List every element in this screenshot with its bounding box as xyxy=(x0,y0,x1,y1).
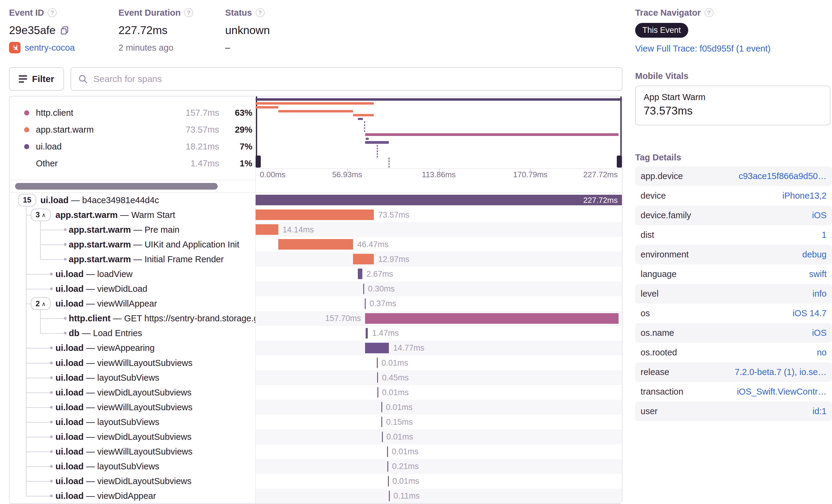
span-description: ui.load — b4ace34981e44d4c xyxy=(41,195,159,205)
span-duration-bar[interactable]: 227.72ms xyxy=(256,195,622,205)
span-row[interactable]: ui.load — layoutSubViews0.45ms xyxy=(10,370,622,385)
tag-value-link[interactable]: info xyxy=(812,289,827,299)
span-tree-cell: db — Load Entries xyxy=(10,326,256,341)
tag-value-link[interactable]: id:1 xyxy=(812,406,827,416)
axis-label: 170.79ms xyxy=(513,170,547,179)
tag-row: deviceiPhone13,2 xyxy=(635,186,832,206)
span-duration-bar[interactable] xyxy=(256,210,374,220)
tag-value-link[interactable]: iOS_Swift.ViewContr… xyxy=(737,387,827,397)
tag-value-link[interactable]: no xyxy=(817,348,827,357)
span-separator: — xyxy=(83,417,97,427)
span-description: app.start.warm — Initial Frame Render xyxy=(69,254,224,264)
tag-value-link[interactable]: 1 xyxy=(822,230,827,240)
span-row[interactable]: db — Load Entries1.47ms xyxy=(10,326,622,341)
span-duration-bar[interactable] xyxy=(363,284,364,294)
legend-item[interactable]: ui.load18.21ms7% xyxy=(24,138,252,155)
span-duration-bar[interactable] xyxy=(389,491,390,501)
span-row[interactable]: ui.load — viewWillLayoutSubviews0.01ms xyxy=(10,355,622,370)
span-row[interactable]: ui.load — layoutSubViews0.21ms xyxy=(10,459,622,474)
span-duration-bar[interactable] xyxy=(278,239,353,249)
tag-row: transactioniOS_Swift.ViewContr… xyxy=(635,382,832,401)
span-row[interactable]: ui.load — viewAppearing14.77ms xyxy=(10,341,622,355)
span-duration-bar[interactable] xyxy=(381,402,382,413)
span-row[interactable]: ui.load — viewDidLayoutSubviews0.01ms xyxy=(10,429,622,444)
tree-connector-line xyxy=(26,348,51,348)
legend-item[interactable]: Other1.47ms1% xyxy=(24,155,252,172)
tag-value-link[interactable]: iOS xyxy=(812,328,827,338)
span-children-toggle[interactable]: 2∧ xyxy=(31,297,51,310)
project-link[interactable]: sentry-cocoa xyxy=(25,43,75,53)
legend-item[interactable]: app.start.warm73.57ms29% xyxy=(24,121,252,138)
span-waterfall-cell: 0.01ms xyxy=(256,444,622,459)
span-duration-bar[interactable] xyxy=(377,357,378,368)
view-full-trace-link[interactable]: View Full Trace: f05d955f (1 event) xyxy=(635,44,771,54)
span-duration-bar[interactable] xyxy=(388,476,389,486)
legend-item-percent: 29% xyxy=(219,125,252,135)
span-row[interactable]: http.client — GET https://sentry-brand.s… xyxy=(10,311,622,326)
span-duration-bar[interactable] xyxy=(365,343,389,353)
legend-item[interactable]: http.client157.7ms63% xyxy=(24,104,252,121)
tag-value-link[interactable]: iOS xyxy=(812,210,827,220)
this-event-badge[interactable]: This Event xyxy=(635,23,688,38)
span-duration-bar[interactable] xyxy=(366,328,368,339)
span-row[interactable]: ui.load — viewWillLayoutSubviews0.01ms xyxy=(10,444,622,459)
tag-value-link[interactable]: iOS 14.7 xyxy=(792,308,827,318)
span-row[interactable]: app.start.warm — UIKit and Application I… xyxy=(10,237,622,252)
tag-value-link[interactable]: 7.2.0-beta.7 (1), io.se… xyxy=(735,367,827,377)
span-description: ui.load — viewWillLayoutSubviews xyxy=(55,447,192,457)
span-separator: — xyxy=(83,358,97,367)
span-duration-bar[interactable] xyxy=(382,432,383,442)
span-description: ui.load — viewWillLayoutSubviews xyxy=(55,358,192,368)
span-row[interactable]: ui.load — layoutSubViews0.15ms xyxy=(10,415,622,429)
span-row[interactable]: ui.load — viewDidLoad0.30ms xyxy=(10,282,622,296)
span-duration-bar[interactable] xyxy=(365,313,619,324)
span-row[interactable]: app.start.warm — Initial Frame Render12.… xyxy=(10,252,622,266)
span-duration-bar[interactable] xyxy=(353,254,374,264)
tree-connector-line xyxy=(26,215,31,215)
axis-label: 56.93ms xyxy=(332,170,362,179)
span-row[interactable]: ui.load — viewDidLayoutSubviews0.01ms xyxy=(10,474,622,488)
tag-value-link[interactable]: swift xyxy=(809,269,827,279)
legend-item-duration: 18.21ms xyxy=(168,142,219,152)
span-children-toggle[interactable]: 3∧ xyxy=(31,209,51,221)
tag-key: os xyxy=(641,308,650,318)
span-row[interactable]: ui.load — loadView2.67ms xyxy=(10,266,622,281)
filter-button[interactable]: Filter xyxy=(9,67,64,91)
minimap-right-handle[interactable] xyxy=(617,156,622,167)
minimap-left-handle[interactable] xyxy=(256,156,261,167)
span-duration-bar[interactable] xyxy=(387,461,388,472)
span-duration-bar[interactable] xyxy=(256,224,278,235)
span-row[interactable]: 2∧ui.load — viewWillAppear0.37ms xyxy=(10,296,622,311)
span-name: Warm Start xyxy=(131,210,175,219)
span-row[interactable]: 15ui.load — b4ace34981e44d4c227.72ms xyxy=(10,193,622,207)
span-duration-bar[interactable] xyxy=(358,269,362,279)
span-duration-bar[interactable] xyxy=(377,372,378,383)
tag-value-link[interactable]: debug xyxy=(802,249,827,260)
span-duration-bar[interactable] xyxy=(365,298,366,309)
span-separator: — xyxy=(83,432,97,442)
span-description: ui.load — viewDidLayoutSubviews xyxy=(55,476,191,486)
scrollbar-thumb[interactable] xyxy=(15,183,218,190)
help-icon[interactable]: ? xyxy=(48,8,57,17)
span-row[interactable]: app.start.warm — Pre main14.14ms xyxy=(10,222,622,237)
search-input[interactable] xyxy=(93,74,615,84)
tag-value-link[interactable]: c93ace15f866a9d50… xyxy=(738,171,827,181)
span-duration-bar[interactable] xyxy=(378,387,378,398)
span-separator: — xyxy=(131,224,145,234)
span-row[interactable]: ui.load — viewDidLayoutSubviews0.01ms xyxy=(10,385,622,400)
span-row[interactable]: 3∧app.start.warm — Warm Start73.57ms xyxy=(10,207,622,222)
span-duration-bar[interactable] xyxy=(381,417,382,427)
help-icon[interactable]: ? xyxy=(704,8,713,17)
tag-value-link[interactable]: iPhone13,2 xyxy=(782,191,827,201)
copy-icon[interactable] xyxy=(60,26,69,35)
event-age: 2 minutes ago xyxy=(119,43,173,53)
span-operation: app.start.warm xyxy=(55,210,118,219)
help-icon[interactable]: ? xyxy=(256,8,265,17)
span-duration-label: 0.01ms xyxy=(382,388,409,397)
span-children-toggle[interactable]: 15 xyxy=(18,194,36,207)
help-icon[interactable]: ? xyxy=(184,8,193,17)
span-row[interactable]: ui.load — viewWillLayoutSubviews0.01ms xyxy=(10,400,622,415)
span-row[interactable]: ui.load — viewDidAppear0.11ms xyxy=(10,488,622,503)
span-tree-cell: 2∧ui.load — viewWillAppear xyxy=(10,296,256,311)
span-duration-bar[interactable] xyxy=(387,446,388,457)
